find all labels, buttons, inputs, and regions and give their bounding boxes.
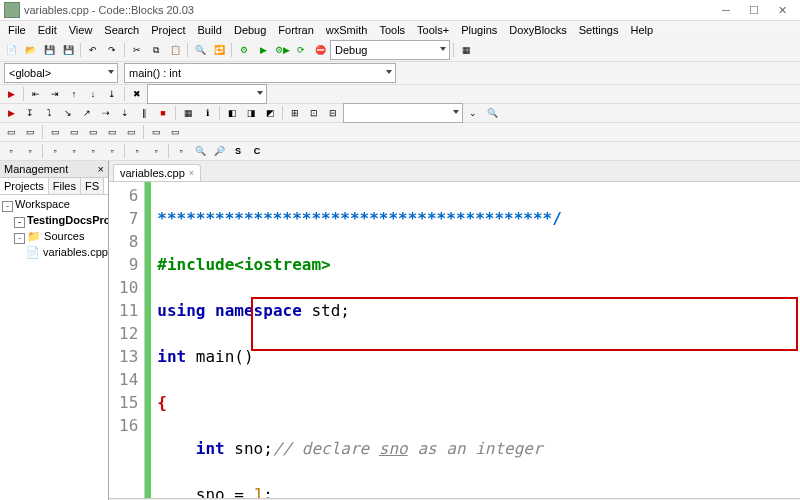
break-icon[interactable]: ‖ xyxy=(135,104,153,122)
menu-tools[interactable]: Tools xyxy=(373,22,411,38)
doxy6-icon[interactable]: ▭ xyxy=(103,123,121,141)
search-go-icon[interactable]: 🔍 xyxy=(483,104,501,122)
doxy8-icon[interactable]: ▭ xyxy=(147,123,165,141)
debug-start-icon[interactable]: ▶ xyxy=(2,85,20,103)
doxy4-icon[interactable]: ▭ xyxy=(65,123,83,141)
e5-icon[interactable]: ▫ xyxy=(84,142,102,160)
rebuild-icon[interactable]: ⟳ xyxy=(292,41,310,59)
build-icon[interactable]: ⚙ xyxy=(235,41,253,59)
find-icon[interactable]: 🔍 xyxy=(191,41,209,59)
nav-down-icon[interactable]: ↓ xyxy=(84,85,102,103)
menu-help[interactable]: Help xyxy=(624,22,659,38)
e7-icon[interactable]: ▫ xyxy=(128,142,146,160)
source-text[interactable]: ****************************************… xyxy=(151,182,568,498)
step-into-icon[interactable]: ↘ xyxy=(59,104,77,122)
run-icon[interactable]: ▶ xyxy=(254,41,272,59)
undo-icon[interactable]: ↶ xyxy=(84,41,102,59)
menu-project[interactable]: Project xyxy=(145,22,191,38)
menu-fortran[interactable]: Fortran xyxy=(272,22,319,38)
s-icon[interactable]: S xyxy=(229,142,247,160)
e2-icon[interactable]: ▫ xyxy=(21,142,39,160)
save-icon[interactable]: 💾 xyxy=(40,41,58,59)
menu-plugins[interactable]: Plugins xyxy=(455,22,503,38)
redo-icon[interactable]: ↷ xyxy=(103,41,121,59)
menu-view[interactable]: View xyxy=(63,22,99,38)
misc2-icon[interactable]: ◨ xyxy=(242,104,260,122)
target-settings-icon[interactable]: ▦ xyxy=(457,41,475,59)
misc3-icon[interactable]: ◩ xyxy=(261,104,279,122)
tab-projects[interactable]: Projects xyxy=(0,178,49,194)
run-cursor-icon[interactable]: ↧ xyxy=(21,104,39,122)
search-combo[interactable] xyxy=(343,103,463,123)
misc1-icon[interactable]: ◧ xyxy=(223,104,241,122)
nav-last-icon[interactable]: ⤓ xyxy=(103,85,121,103)
project-node[interactable]: -TestingDocsProject xyxy=(2,213,106,229)
tab-close-icon[interactable]: × xyxy=(189,168,194,178)
replace-icon[interactable]: 🔁 xyxy=(210,41,228,59)
nav-fwd-icon[interactable]: ⇥ xyxy=(46,85,64,103)
menu-settings[interactable]: Settings xyxy=(573,22,625,38)
doxy5-icon[interactable]: ▭ xyxy=(84,123,102,141)
scope-global-combo[interactable]: <global> xyxy=(4,63,118,83)
menu-toolsplus[interactable]: Tools+ xyxy=(411,22,455,38)
e1-icon[interactable]: ▫ xyxy=(2,142,20,160)
run-debug-icon[interactable]: ▶ xyxy=(2,104,20,122)
search-opts-icon[interactable]: ⌄ xyxy=(464,104,482,122)
jump-combo[interactable] xyxy=(147,84,267,104)
zoom-out-icon[interactable]: 🔎 xyxy=(210,142,228,160)
file-node[interactable]: 📄 variables.cpp xyxy=(2,245,106,260)
e8-icon[interactable]: ▫ xyxy=(147,142,165,160)
step-out-icon[interactable]: ↗ xyxy=(78,104,96,122)
doxy7-icon[interactable]: ▭ xyxy=(122,123,140,141)
tab-fsymbols[interactable]: FS xyxy=(81,178,104,194)
code-editor[interactable]: 678910111213141516 *********************… xyxy=(109,182,800,498)
menu-search[interactable]: Search xyxy=(98,22,145,38)
minimize-button[interactable]: ─ xyxy=(712,1,740,19)
doxy1-icon[interactable]: ▭ xyxy=(2,123,20,141)
cut-icon[interactable]: ✂ xyxy=(128,41,146,59)
stop-debug-icon[interactable]: ■ xyxy=(154,104,172,122)
abort-icon[interactable]: ⛔ xyxy=(311,41,329,59)
e6-icon[interactable]: ▫ xyxy=(103,142,121,160)
panel-close-icon[interactable]: × xyxy=(98,163,104,175)
misc5-icon[interactable]: ⊡ xyxy=(305,104,323,122)
misc4-icon[interactable]: ⊞ xyxy=(286,104,304,122)
doxy9-icon[interactable]: ▭ xyxy=(166,123,184,141)
close-button[interactable]: ✕ xyxy=(768,1,796,19)
info-icon[interactable]: ℹ xyxy=(198,104,216,122)
menu-wxsmith[interactable]: wxSmith xyxy=(320,22,374,38)
menu-debug[interactable]: Debug xyxy=(228,22,272,38)
e3-icon[interactable]: ▫ xyxy=(46,142,64,160)
menu-build[interactable]: Build xyxy=(191,22,227,38)
next-line-icon[interactable]: ⤵ xyxy=(40,104,58,122)
tab-files[interactable]: Files xyxy=(49,178,81,194)
stop-icon[interactable]: ✖ xyxy=(128,85,146,103)
menu-file[interactable]: File xyxy=(2,22,32,38)
c-icon[interactable]: C xyxy=(248,142,266,160)
nav-back-icon[interactable]: ⇤ xyxy=(27,85,45,103)
copy-icon[interactable]: ⧉ xyxy=(147,41,165,59)
debug-windows-icon[interactable]: ▦ xyxy=(179,104,197,122)
e9-icon[interactable]: ▫ xyxy=(172,142,190,160)
step-instr-icon[interactable]: ⇣ xyxy=(116,104,134,122)
maximize-button[interactable]: ☐ xyxy=(740,1,768,19)
workspace-node[interactable]: -Workspace xyxy=(2,197,106,213)
open-icon[interactable]: 📂 xyxy=(21,41,39,59)
new-file-icon[interactable]: 📄 xyxy=(2,41,20,59)
save-all-icon[interactable]: 💾 xyxy=(59,41,77,59)
sources-node[interactable]: -📁 Sources xyxy=(2,229,106,245)
scope-function-combo[interactable]: main() : int xyxy=(124,63,396,83)
project-tree[interactable]: -Workspace -TestingDocsProject -📁 Source… xyxy=(0,195,108,500)
paste-icon[interactable]: 📋 xyxy=(166,41,184,59)
menu-edit[interactable]: Edit xyxy=(32,22,63,38)
build-target-combo[interactable]: Debug xyxy=(330,40,450,60)
next-instr-icon[interactable]: ⇢ xyxy=(97,104,115,122)
zoom-in-icon[interactable]: 🔍 xyxy=(191,142,209,160)
e4-icon[interactable]: ▫ xyxy=(65,142,83,160)
nav-up-icon[interactable]: ↑ xyxy=(65,85,83,103)
doxy3-icon[interactable]: ▭ xyxy=(46,123,64,141)
misc6-icon[interactable]: ⊟ xyxy=(324,104,342,122)
menu-doxyblocks[interactable]: DoxyBlocks xyxy=(503,22,572,38)
build-run-icon[interactable]: ⚙▶ xyxy=(273,41,291,59)
doxy2-icon[interactable]: ▭ xyxy=(21,123,39,141)
